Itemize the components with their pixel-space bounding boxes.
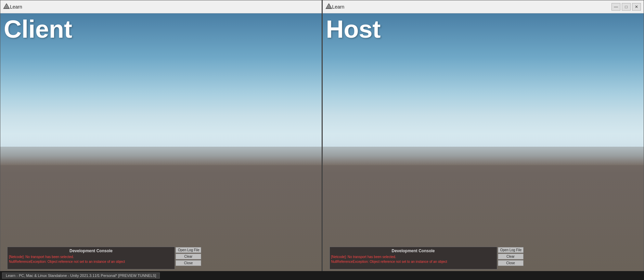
right-console-title: Development Console <box>331 248 495 253</box>
left-dev-console: Development Console [Netcode]: No transp… <box>7 247 175 269</box>
outer-container: Learn Client Development Console [Netcod… <box>0 0 644 280</box>
left-clear-btn[interactable]: Clear <box>176 254 201 259</box>
left-console-msg-1: [Netcode]: No transport has been selecte… <box>9 255 173 259</box>
right-role-label: Host <box>326 17 381 41</box>
left-window-title: Learn <box>10 4 319 10</box>
left-open-log-btn[interactable]: Open Log File <box>176 247 201 253</box>
right-unity-icon <box>325 3 332 10</box>
right-console-msg-2: NullReferenceException: Object reference… <box>331 259 495 264</box>
close-button[interactable]: ✕ <box>632 3 641 11</box>
left-console-buttons: Open Log File Clear Close <box>176 247 201 266</box>
right-open-log-btn[interactable]: Open Log File <box>498 247 524 253</box>
left-window: Learn Client Development Console [Netcod… <box>0 0 322 280</box>
left-viewport: Client Development Console [Netcode]: No… <box>0 13 322 280</box>
minimize-button[interactable]: — <box>611 3 620 11</box>
right-window-controls: — □ ✕ <box>611 3 641 11</box>
right-console-msg-1: [Netcode]: No transport has been selecte… <box>331 255 495 259</box>
left-close-btn[interactable]: Close <box>176 260 201 266</box>
right-dev-console: Development Console [Netcode]: No transp… <box>330 247 497 269</box>
left-horizon <box>0 133 322 165</box>
right-titlebar: Learn — □ ✕ <box>323 0 644 13</box>
taskbar-item[interactable]: Learn - PC, Mac & Linux Standalone - Uni… <box>2 272 160 279</box>
right-console-buttons: Open Log File Clear Close <box>498 247 524 266</box>
right-console-messages: [Netcode]: No transport has been selecte… <box>331 255 495 268</box>
right-window: Learn — □ ✕ Host Development Console [Ne… <box>322 0 644 280</box>
right-window-title: Learn <box>332 4 612 10</box>
right-clear-btn[interactable]: Clear <box>498 254 524 259</box>
right-close-btn[interactable]: Close <box>498 260 524 266</box>
left-unity-icon <box>3 3 10 10</box>
left-console-msg-2: NullReferenceException: Object reference… <box>9 259 173 264</box>
left-role-label: Client <box>4 17 72 41</box>
windows-row: Learn Client Development Console [Netcod… <box>0 0 644 280</box>
left-titlebar: Learn <box>0 0 322 13</box>
right-horizon <box>323 133 644 165</box>
right-viewport: Host Development Console [Netcode]: No t… <box>323 13 644 280</box>
maximize-button[interactable]: □ <box>622 3 631 11</box>
left-console-messages: [Netcode]: No transport has been selecte… <box>9 255 173 268</box>
taskbar: Learn - PC, Mac & Linux Standalone - Uni… <box>0 271 644 280</box>
left-console-title: Development Console <box>9 248 173 253</box>
